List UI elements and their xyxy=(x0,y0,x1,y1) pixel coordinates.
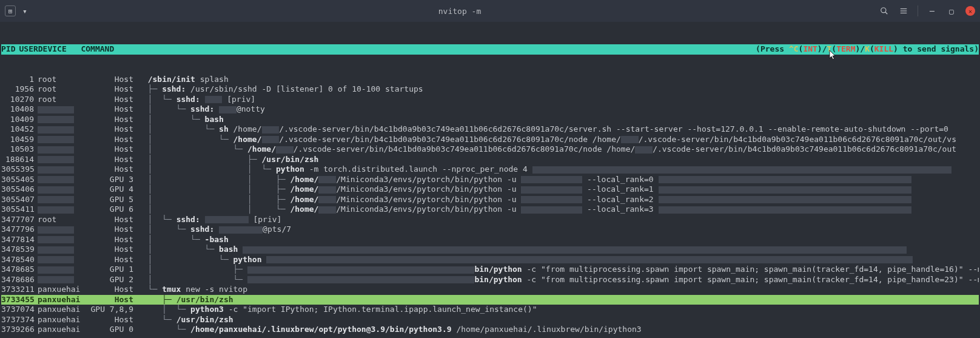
device-cell: Host xyxy=(90,245,138,255)
pid-cell: 3478540 xyxy=(1,255,38,265)
maximize-button[interactable]: ▢ xyxy=(946,5,957,16)
pid-cell: 10452 xyxy=(1,124,38,135)
device-cell: Host xyxy=(90,115,138,125)
user-cell: root xyxy=(38,75,90,85)
device-cell: Host xyxy=(90,95,138,105)
process-row[interactable]: 3733455panxuehaiHost ├─ /usr/bin/zsh xyxy=(1,295,979,305)
process-row[interactable]: 3055407GPU 5 │ │ ├─ /home//Miniconda3/en… xyxy=(1,195,979,205)
pid-cell: 3478539 xyxy=(1,245,38,255)
process-row[interactable]: 3733211panxuehaiHost └─ tmux new -s nvit… xyxy=(1,285,979,295)
process-row[interactable]: 10503Host │ └─ /home//.vscode-server/bin… xyxy=(1,144,979,155)
command-cell: │ └─ /home//.vscode-server/bin/b4c1bd0a9… xyxy=(138,144,979,155)
device-cell: Host xyxy=(90,124,138,135)
process-row[interactable]: 3477707rootHost │ └─ sshd: [priv] xyxy=(1,215,979,225)
device-cell: Host xyxy=(90,295,138,305)
command-cell: │ └─ -bash xyxy=(138,235,979,245)
process-row[interactable]: 10409Host │ └─ bash xyxy=(1,115,979,125)
col-device: DEVICE xyxy=(38,44,72,53)
close-button[interactable]: ✕ xyxy=(965,6,975,16)
tab-dropdown-icon[interactable]: ▾ xyxy=(19,5,30,16)
device-cell: GPU 0 xyxy=(90,325,138,335)
device-cell: GPU 6 xyxy=(90,204,138,215)
user-cell xyxy=(38,245,90,255)
new-tab-button[interactable]: ⊞ xyxy=(5,5,16,16)
process-row[interactable]: 3477814Host │ └─ -bash xyxy=(1,235,979,245)
user-cell xyxy=(38,195,90,205)
command-cell: │ └─ sshd: [priv] xyxy=(138,215,979,225)
pid-cell: 10408 xyxy=(1,104,38,115)
command-cell: │ │ └─ /home//Miniconda3/envs/pytorch/bi… xyxy=(138,204,979,215)
process-row[interactable]: 3478539Host │ └─ bash xyxy=(1,245,979,255)
user-cell: panxuehai xyxy=(38,295,90,305)
process-row[interactable]: 3737074panxuehaiGPU 7,8,9 │ └─ python3 -… xyxy=(1,305,979,315)
pid-cell: 1956 xyxy=(1,84,38,95)
user-cell xyxy=(38,104,90,115)
pid-cell: 10459 xyxy=(1,135,38,145)
command-cell: │ └─ sshd: @pts/7 xyxy=(138,225,979,235)
signal-hint: (Press ^C(INT)/T(TERM)/K(KILL) to send s… xyxy=(756,44,979,55)
device-cell: Host xyxy=(90,144,138,155)
process-row[interactable]: 10408Host │ └─ sshd: @notty xyxy=(1,104,979,115)
device-cell: GPU 2 xyxy=(90,275,138,285)
pid-cell: 3477814 xyxy=(1,235,38,245)
pid-cell: 10409 xyxy=(1,115,38,125)
command-cell: │ └─ bin/python -c "from multiprocessing… xyxy=(138,275,979,285)
user-cell xyxy=(38,275,90,285)
user-cell: root xyxy=(38,215,90,225)
command-cell: │ └─ python3 -c "import IPython; IPython… xyxy=(138,305,979,315)
process-table-header: PIDUSERDEVICE COMMAND (Press ^C(INT)/T(T… xyxy=(1,44,979,55)
device-cell: Host xyxy=(90,255,138,265)
pid-cell: 3055395 xyxy=(1,164,38,175)
user-cell: root xyxy=(38,84,90,95)
pid-cell: 3055405 xyxy=(1,175,38,185)
menu-icon[interactable] xyxy=(898,5,909,16)
process-row[interactable]: 10459Host │ └─ /home//.vscode-server/bin… xyxy=(1,135,979,145)
device-cell: GPU 3 xyxy=(90,175,138,185)
command-cell: │ └─ /home//.vscode-server/bin/b4c1bd0a9… xyxy=(138,135,979,145)
command-cell: │ └─ sshd: @notty xyxy=(138,104,979,115)
pid-cell: 3055407 xyxy=(1,195,38,205)
process-row[interactable]: 3478685GPU 1 │ ├─ bin/python -c "from mu… xyxy=(1,265,979,275)
process-row[interactable]: 10452Host │ └─ sh /home//.vscode-server/… xyxy=(1,124,979,135)
process-row[interactable]: 1956rootHost ├─ sshd: /usr/sbin/sshd -D … xyxy=(1,84,979,95)
terminal-output: PIDUSERDEVICE COMMAND (Press ^C(INT)/T(T… xyxy=(0,22,980,338)
process-row[interactable]: 3055405GPU 3 │ │ ├─ /home//Miniconda3/en… xyxy=(1,175,979,185)
user-cell xyxy=(38,235,90,245)
process-row[interactable]: 188614Host │ ├─ /usr/bin/zsh xyxy=(1,155,979,165)
command-cell: │ │ ├─ /home//Miniconda3/envs/pytorch/bi… xyxy=(138,184,979,195)
user-cell: panxuehai xyxy=(38,285,90,295)
process-rows: 1rootHost /sbin/init splash1956rootHost … xyxy=(1,75,979,335)
pid-cell: 1 xyxy=(1,75,38,85)
device-cell: Host xyxy=(90,215,138,225)
user-cell xyxy=(38,225,90,235)
command-cell: │ ├─ bin/python -c "from multiprocessing… xyxy=(138,265,979,275)
process-row[interactable]: 1rootHost /sbin/init splash xyxy=(1,75,979,85)
process-row[interactable]: 3737374panxuehaiHost └─ /usr/bin/zsh xyxy=(1,315,979,325)
process-row[interactable]: 3055406GPU 4 │ │ ├─ /home//Miniconda3/en… xyxy=(1,184,979,195)
user-cell xyxy=(38,255,90,265)
user-cell xyxy=(38,184,90,195)
device-cell: GPU 5 xyxy=(90,195,138,205)
process-row[interactable]: 3478540Host │ └─ python xyxy=(1,255,979,265)
minimize-button[interactable]: ─ xyxy=(927,5,938,16)
command-cell: │ │ └─ python -m torch.distributed.launc… xyxy=(138,164,979,175)
user-cell xyxy=(38,144,90,155)
command-cell: │ └─ bash xyxy=(138,115,979,125)
process-row[interactable]: 3478686GPU 2 │ └─ bin/python -c "from mu… xyxy=(1,275,979,285)
command-cell: └─ /usr/bin/zsh xyxy=(138,315,979,325)
device-cell: Host xyxy=(90,164,138,175)
user-cell xyxy=(38,175,90,185)
pid-cell: 3478686 xyxy=(1,275,38,285)
pid-cell: 3733211 xyxy=(1,285,38,295)
command-cell: └─ tmux new -s nvitop xyxy=(138,285,979,295)
user-cell xyxy=(38,204,90,215)
search-icon[interactable] xyxy=(879,5,890,16)
command-cell: │ └─ sh /home//.vscode-server/bin/b4c1bd… xyxy=(138,124,979,135)
device-cell: GPU 7,8,9 xyxy=(90,305,138,315)
process-row[interactable]: 3055411GPU 6 │ │ └─ /home//Miniconda3/en… xyxy=(1,204,979,215)
process-row[interactable]: 3739266panxuehaiGPU 0 └─ /home/panxuehai… xyxy=(1,325,979,335)
pid-cell: 10270 xyxy=(1,95,38,105)
process-row[interactable]: 10270rootHost │ └─ sshd: [priv] xyxy=(1,95,979,105)
process-row[interactable]: 3055395Host │ │ └─ python -m torch.distr… xyxy=(1,164,979,175)
process-row[interactable]: 3477796Host │ └─ sshd: @pts/7 xyxy=(1,225,979,235)
